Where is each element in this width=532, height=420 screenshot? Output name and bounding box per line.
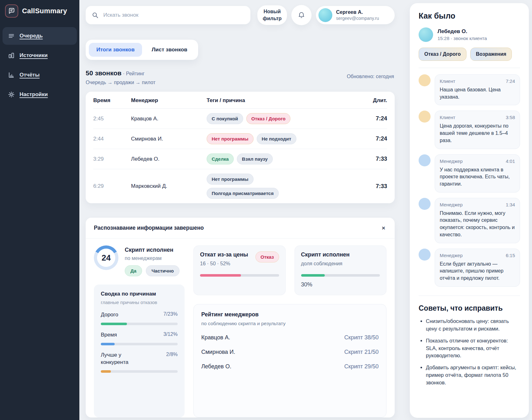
table-row[interactable]: 2:44 Смирнова И. Нет программы Не подход… <box>93 129 387 149</box>
reason-label: Время <box>101 331 117 339</box>
brand: CallSummary <box>3 4 77 18</box>
main-column: Новый фильтр Сергеев А. sergeev@company.… <box>79 0 395 420</box>
rating-manager-score: Скрипт 38/50 <box>344 334 379 341</box>
message-text: Понимаю. Если нужно, могу показать, поче… <box>440 210 515 239</box>
sidebar-item-settings[interactable]: Настройки <box>3 86 77 103</box>
avatar <box>419 154 431 166</box>
divider <box>419 296 520 296</box>
tabs: Итоги звонков Лист звонков <box>86 40 198 60</box>
call-tag: Отказ / Дорого <box>246 113 291 124</box>
reasons-title: Сводка по причинам <box>101 291 178 297</box>
call-time: 2:45 <box>93 116 131 122</box>
close-icon[interactable]: × <box>380 224 386 232</box>
search-input[interactable] <box>103 12 244 19</box>
divider <box>419 68 520 68</box>
sidebar-item-sources[interactable]: Источники <box>3 47 77 64</box>
rating-rows: Кравцов А. Скрипт 38/50 Смирнова И. Скри… <box>201 334 379 370</box>
compliance-title: Скрипт исполнен <box>301 251 380 258</box>
user-menu[interactable]: Сергеев А. sergeev@company.ru <box>316 6 395 24</box>
rating-manager-score: Скрипт 21/50 <box>344 349 379 355</box>
reasons-list: Дорого 7/23% В <box>101 311 178 373</box>
new-filter-line2: фильтр <box>263 15 282 22</box>
reasons-subtitle: главные причины отказов <box>101 300 178 305</box>
message-bubble: Клиент 3:58 Цена дорогая, конкуренты по … <box>435 111 520 149</box>
message-bubble: Менеджер 1:34 Понимаю. Если нужно, могу … <box>435 198 520 243</box>
new-filter-line1: Новый <box>263 8 282 15</box>
reason-progress-fill <box>101 343 115 345</box>
call-manager: Лебедев О. <box>131 156 207 162</box>
queue-icon <box>8 32 15 39</box>
sidebar-item-label: Отчёты <box>20 72 40 78</box>
transcript-badges: Отказ / Дорого Возражения <box>419 48 520 61</box>
call-duration: 7:24 <box>361 135 387 142</box>
managers-rating-card: Рейтинг менеджеров по соблюдению скрипта… <box>193 304 386 417</box>
call-duration: 7:24 <box>361 115 387 122</box>
call-duration: 7:33 <box>361 156 387 162</box>
badge-partial[interactable]: Частично <box>146 265 180 276</box>
transcript-badge[interactable]: Возражения <box>470 48 512 61</box>
call-time: 6:29 <box>93 183 131 189</box>
call-manager: Кравцов А. <box>131 116 207 122</box>
stat-cards: Откат из-за цены 16 · 50 · 52% Отказ Скр… <box>193 245 386 295</box>
ring-value: 24 <box>102 253 111 263</box>
script-gauge-block: 24 Скрипт исполнен по менеджерам Да Част… <box>94 245 185 276</box>
reason-label: Лучше у конкурента <box>101 352 148 366</box>
reason-value: 7/23% <box>163 311 178 319</box>
message-bubble: Менеджер 6:15 Если будет актуально — нап… <box>435 249 520 287</box>
rating-row[interactable]: Смирнова И. Скрипт 21/50 <box>201 349 379 355</box>
avatar <box>419 27 433 42</box>
calls-count: 50 звонков <box>86 69 122 77</box>
reason-progress-fill <box>101 370 111 373</box>
reason-value: 2/8% <box>166 352 178 366</box>
recognition-title: Распознавание информации завершено <box>94 225 204 231</box>
user-email: sergeev@company.ru <box>336 16 379 21</box>
transcript-panel: Как было Лебедев О. 15:28 · звонок клиен… <box>410 3 529 418</box>
message-role: Менеджер <box>440 253 463 258</box>
price-card-title: Откат из-за цены <box>200 251 248 258</box>
call-tag: Взял паузу <box>237 153 273 164</box>
top-bar: Новый фильтр Сергеев А. sergeev@company.… <box>86 5 395 25</box>
tab-call-results[interactable]: Итоги звонков <box>89 43 142 57</box>
compliance-value: 30% <box>301 281 380 288</box>
progress-ring: 24 <box>94 245 118 270</box>
notifications-button[interactable] <box>291 5 312 25</box>
call-manager: Смирнова И. <box>131 136 207 142</box>
gear-icon <box>8 91 15 98</box>
price-progress-fill <box>200 274 241 277</box>
compliance-progress-fill <box>301 274 325 277</box>
script-compliance-card: Скрипт исполнен доля соблюдения 30% <box>295 245 387 295</box>
sidebar-item-reports[interactable]: Отчёты <box>3 66 77 84</box>
rating-row[interactable]: Кравцов А. Скрипт 38/50 <box>201 334 379 341</box>
rating-link[interactable]: · Рейтинг <box>123 71 145 76</box>
recognition-right-column: Откат из-за цены 16 · 50 · 52% Отказ Скр… <box>193 245 386 417</box>
message-time: 7:24 <box>506 78 515 84</box>
col-header-manager: Менеджер <box>131 97 207 104</box>
badge-yes[interactable]: Да <box>125 265 142 276</box>
rating-manager-score: Скрипт 29/50 <box>344 363 379 370</box>
message-bubble: Менеджер 4:01 У нас поддержка клиента в … <box>435 154 520 193</box>
table-row[interactable]: 6:29 Марковский Д. Нет программы Полгода… <box>93 169 387 203</box>
script-title: Скрипт исполнен <box>125 247 180 253</box>
tab-call-list[interactable]: Лист звонков <box>144 43 195 57</box>
message-time: 4:01 <box>506 158 515 164</box>
col-header-tags: Теги / причина <box>207 97 361 104</box>
call-tag: Не подходит <box>257 133 296 144</box>
advice-item: Добавить аргументы в скрипт: кейсы, прим… <box>426 364 520 387</box>
chat-message: Клиент 3:58 Цена дорогая, конкуренты по … <box>419 111 520 149</box>
sidebar-nav: Очередь Источники Отчёты Настройки <box>3 27 77 103</box>
bar-chart-icon <box>8 72 15 78</box>
table-row[interactable]: 3:29 Лебедев О. Сделка Взял паузу 7:33 <box>93 149 387 169</box>
sidebar-item-label: Настройки <box>20 91 48 98</box>
table-body: 2:45 Кравцов А. С покупкой Отказ / Дорог… <box>93 109 387 203</box>
transcript-badge[interactable]: Отказ / Дорого <box>419 48 466 61</box>
table-row[interactable]: 2:45 Кравцов А. С покупкой Отказ / Дорог… <box>93 109 387 129</box>
message-role: Менеджер <box>440 202 463 207</box>
recognition-body: 24 Скрипт исполнен по менеджерам Да Част… <box>86 239 395 417</box>
advice-item: Показать отличие от конкурентов: SLA, ко… <box>426 337 520 360</box>
updated-status: Обновлено: сегодня <box>347 74 394 79</box>
rating-row[interactable]: Лебедев О. Скрипт 29/50 <box>201 363 379 370</box>
new-filter-button[interactable]: Новый фильтр <box>257 5 287 25</box>
reason-label: Дорого <box>101 311 118 319</box>
compliance-subtitle: доля соблюдения <box>301 261 380 267</box>
sidebar-item-queue[interactable]: Очередь <box>3 27 77 45</box>
